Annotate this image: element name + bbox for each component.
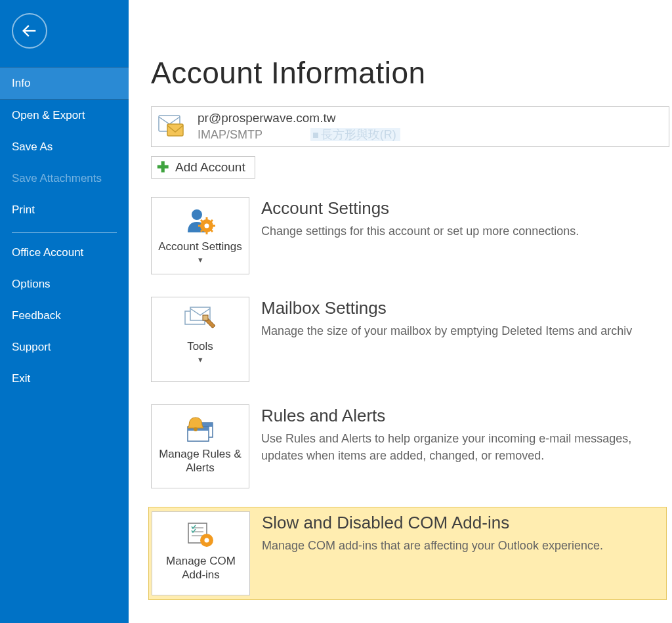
account-settings-icon [185, 204, 215, 237]
sidebar-item-support[interactable]: Support [0, 332, 129, 363]
section-title: Slow and Disabled COM Add-ins [262, 513, 666, 533]
tools-icon [184, 304, 217, 337]
sidebar-item-label: Open & Export [12, 109, 85, 121]
account-ghost-overlay: 長方形與玫(R) [310, 128, 400, 141]
rules-alerts-icon [184, 412, 217, 444]
main-content: Account Information pr@prosperwave.com.t… [129, 0, 672, 623]
chevron-down-icon: ▾ [198, 354, 203, 364]
section-text: Slow and Disabled COM Add-ins Manage COM… [262, 511, 666, 554]
sidebar-item-options[interactable]: Options [0, 269, 129, 300]
section-text: Account Settings Change settings for thi… [261, 197, 669, 240]
section-rules-alerts: Manage Rules & Alerts Rules and Alerts U… [151, 400, 669, 492]
sidebar-item-label: Support [12, 341, 51, 353]
manage-com-addins-button[interactable]: Manage COM Add-ins [152, 511, 250, 595]
sidebar-item-label: Options [12, 278, 51, 290]
back-arrow-icon [20, 22, 39, 40]
sidebar-item-label: Save Attachments [12, 172, 102, 184]
section-desc: Manage COM add-ins that are affecting yo… [262, 537, 666, 554]
section-title: Mailbox Settings [261, 298, 669, 318]
account-email: pr@prosperwave.com.tw [198, 111, 400, 125]
sidebar-item-label: Info [12, 77, 30, 89]
chevron-down-icon: ▾ [198, 255, 203, 265]
card-label: Account Settings [158, 240, 242, 253]
sidebar-item-label: Print [12, 204, 35, 216]
sidebar-item-feedback[interactable]: Feedback [0, 300, 129, 332]
account-info: pr@prosperwave.com.tw IMAP/SMTP 長方形與玫(R) [198, 111, 400, 142]
section-text: Mailbox Settings Manage the size of your… [261, 297, 669, 339]
card-label: Manage Rules & Alerts [156, 447, 245, 475]
sidebar-item-open-export[interactable]: Open & Export [0, 100, 129, 131]
svg-point-22 [194, 427, 198, 431]
svg-line-12 [211, 220, 213, 222]
sidebar-item-exit[interactable]: Exit [0, 363, 129, 395]
section-text: Rules and Alerts Use Rules and Alerts to… [261, 404, 669, 464]
svg-point-3 [192, 209, 202, 220]
sidebar-item-label: Office Account [12, 246, 83, 259]
svg-rect-17 [203, 315, 208, 320]
account-selector[interactable]: pr@prosperwave.com.tw IMAP/SMTP 長方形與玫(R) [151, 106, 669, 147]
backstage-sidebar: Info Open & Export Save As Save Attachme… [0, 0, 129, 623]
section-desc: Use Rules and Alerts to help organize yo… [261, 430, 669, 464]
svg-line-13 [201, 230, 203, 232]
com-addins-icon [186, 519, 216, 551]
sidebar-item-save-as[interactable]: Save As [0, 131, 129, 163]
svg-line-10 [201, 220, 203, 222]
section-desc: Change settings for this account or set … [261, 223, 669, 240]
sidebar-separator [12, 232, 117, 233]
sidebar-item-save-attachments: Save Attachments [0, 163, 129, 194]
section-com-addins: Manage COM Add-ins Slow and Disabled COM… [148, 507, 667, 600]
section-mailbox-settings: Tools ▾ Mailbox Settings Manage the size… [151, 293, 669, 386]
plus-icon: ✚ [157, 160, 169, 175]
section-account-settings: Account Settings ▾ Account Settings Chan… [151, 193, 669, 278]
svg-line-11 [211, 230, 213, 232]
sidebar-item-print[interactable]: Print [0, 194, 129, 226]
card-label: Tools [187, 339, 213, 353]
section-desc: Manage the size of your mailbox by empty… [261, 322, 669, 339]
sidebar-item-info[interactable]: Info [0, 67, 129, 100]
account-settings-button[interactable]: Account Settings ▾ [151, 197, 249, 274]
back-button[interactable] [12, 13, 47, 49]
account-type: IMAP/SMTP 長方形與玫(R) [198, 127, 400, 142]
tools-button[interactable]: Tools ▾ [151, 297, 249, 382]
manage-rules-button[interactable]: Manage Rules & Alerts [151, 404, 249, 488]
svg-point-28 [205, 538, 209, 543]
sidebar-item-office-account[interactable]: Office Account [0, 237, 129, 269]
sidebar-item-label: Feedback [12, 309, 61, 322]
add-account-button[interactable]: ✚ Add Account [151, 156, 255, 179]
card-label: Manage COM Add-ins [156, 554, 245, 582]
section-title: Rules and Alerts [261, 406, 669, 426]
page-title: Account Information [151, 55, 672, 91]
section-title: Account Settings [261, 198, 669, 219]
svg-point-5 [205, 224, 209, 228]
app-root: Info Open & Export Save As Save Attachme… [0, 0, 672, 623]
sidebar-item-label: Exit [12, 372, 30, 385]
svg-rect-2 [167, 124, 183, 136]
add-account-label: Add Account [175, 160, 245, 175]
sidebar-item-label: Save As [12, 140, 52, 153]
account-envelope-icon [158, 115, 186, 139]
